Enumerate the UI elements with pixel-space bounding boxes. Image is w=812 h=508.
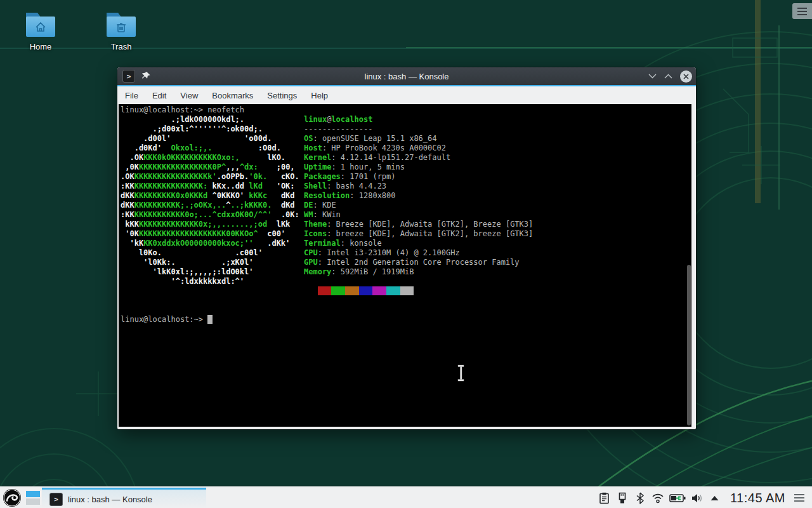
maximize-button[interactable] [664, 74, 672, 79]
window-title: linux : bash — Konsole [117, 72, 696, 81]
taskbar: > linux : bash — Konsole [0, 486, 812, 508]
task-button-konsole[interactable]: > linux : bash — Konsole [42, 488, 206, 508]
system-tray: 11:45 AM [598, 487, 806, 508]
application-launcher-button[interactable] [2, 488, 22, 508]
home-folder-icon [23, 10, 58, 39]
desktop-toolbox[interactable] [792, 3, 812, 19]
desktop-icon-home[interactable]: Home [10, 10, 71, 51]
virtual-desktop-pager[interactable] [26, 491, 40, 505]
menu-bookmarks[interactable]: Bookmarks [205, 88, 260, 104]
desktop: Home Trash > linux : bash — Konsole [0, 0, 812, 508]
text-cursor-pointer [457, 364, 466, 382]
window-titlebar[interactable]: > linux : bash — Konsole [117, 67, 696, 85]
opensuse-geeko-icon [3, 488, 22, 507]
toolbox-menu-icon [797, 8, 807, 9]
desktop-icon-label: Trash [91, 42, 152, 51]
desktop-icon-label: Home [10, 42, 71, 51]
terminal-output[interactable]: linux@localhost:~> neofetch .;ldkO0000Ok… [119, 104, 691, 427]
menu-bar: File Edit View Bookmarks Settings Help [117, 86, 696, 104]
pager-desktop-1-active[interactable] [26, 491, 40, 497]
close-icon [683, 74, 689, 79]
menu-help[interactable]: Help [304, 88, 335, 104]
bluetooth-icon[interactable] [634, 491, 646, 504]
konsole-app-icon: > [122, 70, 135, 83]
digital-clock[interactable]: 11:45 AM [730, 491, 785, 505]
volume-icon[interactable] [691, 491, 704, 504]
konsole-window: > linux : bash — Konsole File Edit View [117, 67, 696, 429]
menu-file[interactable]: File [118, 88, 145, 104]
panel-settings-button[interactable] [793, 491, 806, 504]
menu-settings[interactable]: Settings [260, 88, 304, 104]
menu-view[interactable]: View [173, 88, 205, 104]
pager-desktop-2[interactable] [26, 498, 40, 505]
desktop-icon-trash[interactable]: Trash [91, 10, 152, 51]
wifi-icon[interactable] [652, 491, 664, 504]
device-notifier-icon[interactable] [616, 491, 629, 504]
terminal-view[interactable]: linux@localhost:~> neofetch .;ldkO0000Ok… [119, 104, 691, 427]
battery-charging-icon[interactable] [669, 491, 686, 504]
pin-icon[interactable] [141, 71, 152, 81]
close-button[interactable] [680, 70, 692, 83]
trash-folder-icon [104, 10, 138, 39]
hamburger-icon [794, 494, 804, 495]
menu-edit[interactable]: Edit [145, 88, 173, 104]
konsole-task-icon: > [49, 493, 63, 506]
clipboard-icon[interactable] [598, 491, 611, 504]
task-label: linux : bash — Konsole [68, 495, 152, 504]
expand-tray-icon[interactable] [709, 491, 721, 504]
scrollbar-thumb[interactable] [687, 265, 691, 425]
minimize-button[interactable] [648, 74, 657, 79]
